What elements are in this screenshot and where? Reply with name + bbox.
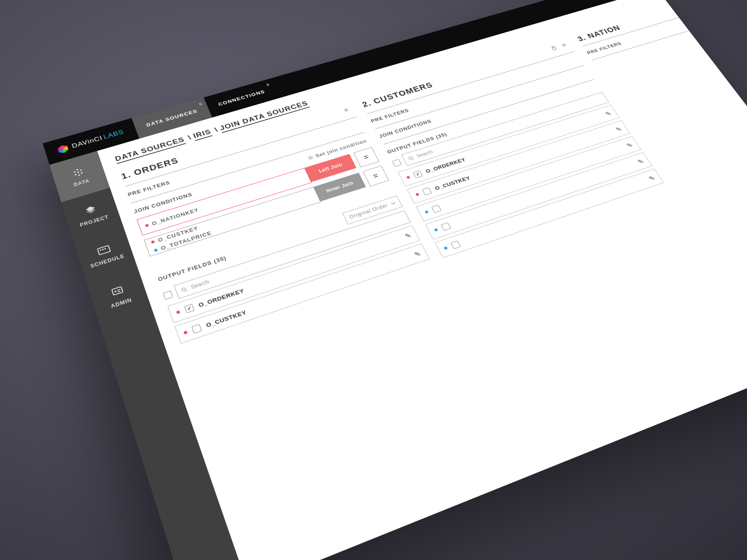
schedule-icon: [94, 242, 113, 258]
svg-rect-16: [118, 291, 120, 292]
gear-icon[interactable]: [306, 154, 315, 161]
crumb-seg[interactable]: IRIS: [192, 128, 212, 141]
field-checkbox[interactable]: [431, 204, 442, 213]
brand-text-2: LABS: [102, 128, 125, 140]
join-operator[interactable]: =: [363, 166, 389, 187]
body: DATA PROJECT SCHEDULE ADMIN: [49, 0, 747, 560]
svg-rect-12: [104, 248, 106, 249]
field-checkbox[interactable]: [191, 324, 202, 334]
field-checkbox[interactable]: [451, 240, 461, 249]
edit-icon[interactable]: ✎: [636, 158, 645, 166]
edit-icon[interactable]: ✎: [647, 174, 656, 182]
field-name: O_CUSTKEY: [434, 175, 471, 191]
svg-rect-11: [102, 249, 104, 250]
svg-rect-15: [117, 289, 121, 291]
svg-point-5: [81, 172, 83, 174]
field-checkbox[interactable]: ✓: [184, 304, 194, 313]
dot-icon: [415, 193, 419, 196]
svg-rect-13: [112, 287, 123, 295]
data-icon: [69, 165, 87, 180]
field-name: O_CUSTKEY: [205, 309, 247, 329]
search-icon: [408, 155, 415, 161]
edit-icon[interactable]: ✎: [604, 110, 613, 117]
brand-mark-icon: [57, 144, 69, 154]
edit-icon[interactable]: ✎: [403, 231, 412, 240]
dot-icon: [176, 310, 180, 314]
join-operator[interactable]: =: [353, 147, 379, 168]
dot-icon: [434, 228, 438, 231]
dot-icon: [406, 175, 410, 179]
search-icon: [181, 286, 189, 293]
svg-point-1: [74, 171, 76, 173]
svg-rect-9: [98, 245, 111, 255]
rail-label: SCHEDULE: [90, 253, 125, 269]
field-checkbox[interactable]: [422, 187, 432, 195]
dot-icon: [424, 210, 429, 213]
svg-rect-10: [100, 249, 102, 251]
brand-text-1: DAVinCI: [71, 134, 103, 149]
rail-label: DATA: [73, 178, 90, 187]
svg-point-6: [78, 174, 80, 176]
svg-point-2: [80, 169, 82, 171]
field-checkbox[interactable]: [441, 222, 451, 231]
tab-badge: 4: [266, 83, 270, 87]
edit-icon[interactable]: ✎: [413, 250, 422, 259]
search-placeholder: Search: [416, 149, 434, 159]
svg-point-18: [182, 287, 186, 292]
svg-point-0: [76, 169, 78, 171]
edit-icon[interactable]: ✎: [614, 126, 623, 133]
search-placeholder: Search: [190, 279, 210, 290]
dot-icon: [154, 248, 158, 252]
svg-point-20: [409, 156, 413, 160]
admin-icon: [108, 283, 127, 300]
project-icon: [81, 203, 100, 218]
svg-point-14: [114, 290, 117, 293]
select-all-checkbox[interactable]: [163, 290, 173, 300]
dot-icon: [444, 246, 448, 250]
dot-icon: [183, 330, 188, 335]
app-window: DAVinCILABS DATA SOURCES 6 CONNECTIONS 4…: [42, 0, 747, 560]
field-checkbox[interactable]: ✓: [413, 170, 423, 178]
svg-point-4: [75, 174, 77, 175]
svg-point-17: [309, 157, 311, 159]
dot-icon: [145, 224, 149, 227]
svg-point-3: [77, 171, 79, 173]
dot-icon: [151, 240, 155, 244]
tab-badge: 6: [198, 102, 203, 106]
chevron-down-icon: [390, 201, 396, 205]
rail-label: PROJECT: [79, 214, 110, 228]
edit-icon[interactable]: ✎: [625, 141, 634, 149]
